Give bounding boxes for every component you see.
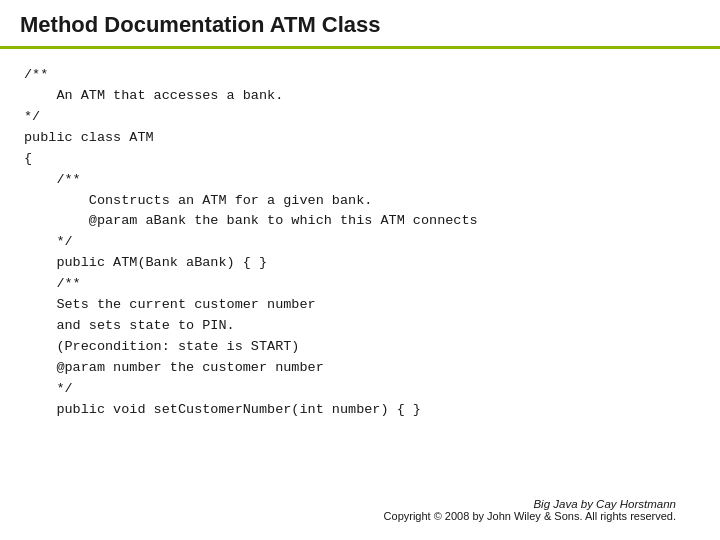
- slide-header: Method Documentation ATM Class: [0, 0, 720, 49]
- slide-content: /** An ATM that accesses a bank. */ publ…: [0, 49, 720, 540]
- code-block: /** An ATM that accesses a bank. */ publ…: [24, 65, 696, 492]
- slide-footer: Big Java by Cay Horstmann Copyright © 20…: [24, 492, 696, 530]
- slide-container: Method Documentation ATM Class /** An AT…: [0, 0, 720, 540]
- footer-line1: Big Java by Cay Horstmann: [44, 498, 676, 510]
- footer-line2: Copyright © 2008 by John Wiley & Sons. A…: [44, 510, 676, 522]
- slide-title: Method Documentation ATM Class: [20, 12, 381, 37]
